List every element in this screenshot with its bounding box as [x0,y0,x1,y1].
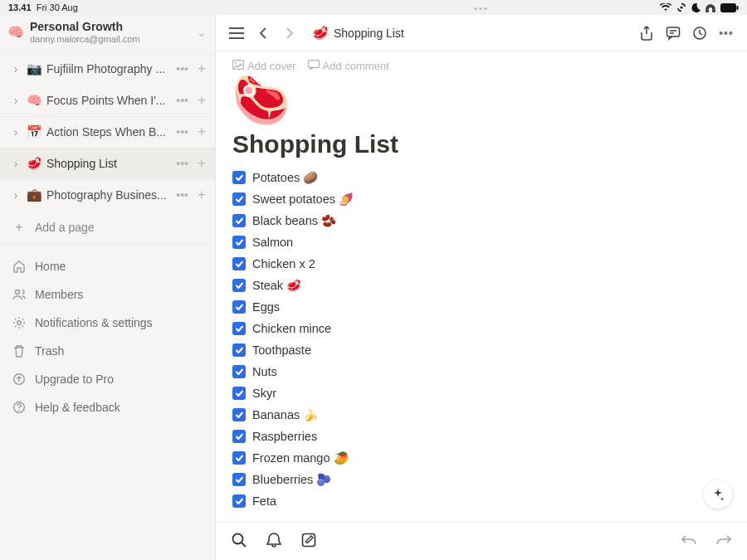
page-emoji-icon: 📷 [27,61,42,76]
checkbox-checked-icon[interactable] [232,322,246,335]
page-icon[interactable]: 🥩 [232,77,290,124]
share-icon[interactable] [637,24,656,42]
checkbox-checked-icon[interactable] [232,408,246,421]
breadcrumb[interactable]: 🥩 Shopping List [312,25,404,41]
sidebar-page[interactable]: ›📅Action Steps When B...•••+ [0,116,215,148]
todo-item[interactable]: Nuts [232,361,730,382]
checkbox-checked-icon[interactable] [232,430,246,443]
add-comment-button[interactable]: Add comment [308,60,389,72]
sidebar-page[interactable]: ›📷Fujfiilm Photography ...•••+ [0,53,215,85]
sidebar-page[interactable]: ›💼Photography Busines...•••+ [0,179,215,211]
page-menu-icon[interactable]: ••• [174,94,190,107]
moon-icon [691,3,701,12]
checkbox-checked-icon[interactable] [232,387,246,400]
add-subpage-icon[interactable]: + [195,187,208,202]
forward-icon[interactable] [281,24,299,42]
caret-right-icon[interactable]: › [10,188,22,202]
page-title[interactable]: Shopping List [232,130,730,158]
checkbox-checked-icon[interactable] [232,365,246,378]
sidebar-page[interactable]: ›🧠Focus Points When I'...•••+ [0,85,215,116]
svg-rect-8 [667,27,680,37]
todo-text: Sweet potatoes 🍠 [252,192,354,207]
compose-icon[interactable] [300,532,317,551]
todo-item[interactable]: Steak 🥩 [232,275,730,296]
menu-icon[interactable] [227,24,246,42]
page-emoji-icon: 🥩 [27,156,42,171]
checkbox-checked-icon[interactable] [232,214,246,227]
inbox-icon[interactable] [266,532,282,551]
todo-item[interactable]: Toothpaste [232,339,730,361]
page-emoji-icon: 💼 [27,187,42,202]
page-menu-icon[interactable]: ••• [174,62,190,75]
redo-icon[interactable] [715,533,732,549]
chevron-down-icon: ⌄ [197,26,207,39]
svg-point-0 [680,6,682,8]
workspace-icon: 🧠 [8,25,23,40]
checkbox-checked-icon[interactable] [232,451,246,465]
checkbox-checked-icon[interactable] [232,279,246,292]
todo-item[interactable]: Eggs [232,296,730,318]
sidebar-page-label: Photography Busines... [46,188,169,202]
add-cover-button[interactable]: Add cover [232,60,296,72]
todo-item[interactable]: Salmon [232,231,730,253]
add-subpage-icon[interactable]: + [195,156,208,171]
checkbox-checked-icon[interactable] [232,171,246,184]
breadcrumb-icon: 🥩 [312,25,329,41]
checkbox-checked-icon[interactable] [232,192,246,206]
todo-item[interactable]: Feta [232,490,730,512]
todo-item[interactable]: Black beans 🫘 [232,210,730,231]
drag-handle-icon[interactable]: ••• [474,3,489,13]
todo-text: Eggs [252,300,280,314]
checkbox-checked-icon[interactable] [232,236,246,249]
todo-item[interactable]: Chicken x 2 [232,253,730,275]
add-subpage-icon[interactable]: + [195,93,208,108]
caret-right-icon[interactable]: › [10,125,22,139]
history-icon[interactable] [691,24,709,42]
todo-text: Raspberries [252,430,317,443]
undo-icon[interactable] [681,533,697,549]
page-menu-icon[interactable]: ••• [174,157,190,170]
nav-item-settings[interactable]: Notifications & settings [0,309,215,337]
search-icon[interactable] [231,532,247,551]
add-page-button[interactable]: + Add a page [0,211,215,244]
nav-item-upgrade[interactable]: Upgrade to Pro [0,365,215,393]
workspace-name: Personal Growth [30,20,190,34]
more-icon[interactable]: ••• [717,24,735,42]
workspace-switcher[interactable]: 🧠 Personal Growth danny.maiorca@gmail.co… [0,15,215,53]
todo-item[interactable]: Chicken mince [232,318,730,339]
page-menu-icon[interactable]: ••• [174,188,190,202]
checkbox-checked-icon[interactable] [232,343,246,357]
todo-item[interactable]: Skyr [232,382,730,404]
checkbox-checked-icon[interactable] [232,494,246,508]
todo-item[interactable]: Potatoes 🥔 [232,167,730,188]
nav-item-home[interactable]: Home [0,252,215,280]
checkbox-checked-icon[interactable] [232,300,246,314]
sidebar-page[interactable]: ›🥩Shopping List•••+ [0,148,215,179]
comments-icon[interactable] [664,24,682,42]
trash-icon [12,344,27,358]
todo-item[interactable]: Bananas 🍌 [232,404,730,426]
home-icon [12,260,27,273]
checkbox-checked-icon[interactable] [232,257,246,270]
add-subpage-icon[interactable]: + [195,124,208,139]
upgrade-icon [12,373,27,386]
caret-right-icon[interactable]: › [10,62,22,75]
todo-item[interactable]: Sweet potatoes 🍠 [232,188,730,210]
page-menu-icon[interactable]: ••• [174,125,190,139]
svg-point-11 [235,62,237,64]
nav-item-label: Help & feedback [35,401,120,414]
ai-fab-button[interactable] [704,480,732,509]
nav-item-trash[interactable]: Trash [0,337,215,365]
todo-item[interactable]: Frozen mango 🥭 [232,447,730,469]
back-icon[interactable] [254,24,272,42]
checkbox-checked-icon[interactable] [232,473,246,486]
nav-item-label: Trash [35,344,64,358]
nav-item-help[interactable]: Help & feedback [0,393,215,421]
todo-item[interactable]: Raspberries [232,426,730,447]
todo-item[interactable]: Blueberries 🫐 [232,469,730,490]
caret-right-icon[interactable]: › [10,157,22,170]
add-subpage-icon[interactable]: + [195,61,208,76]
nav-item-members[interactable]: Members [0,280,215,309]
nav-item-label: Members [35,288,83,301]
caret-right-icon[interactable]: › [10,94,22,107]
